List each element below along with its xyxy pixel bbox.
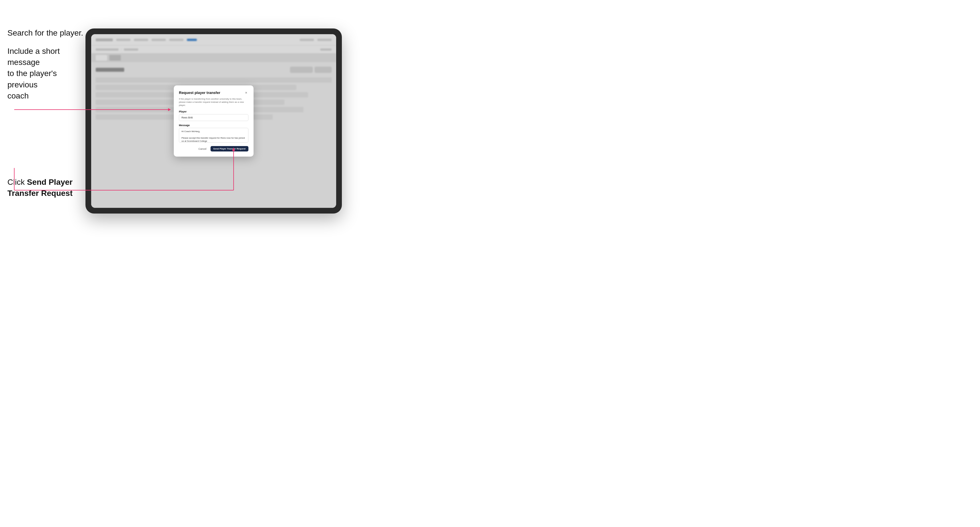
dialog-title: Request player transfer: [179, 90, 220, 95]
player-label: Player: [179, 110, 248, 113]
cancel-button[interactable]: Cancel: [197, 146, 208, 151]
dialog-actions: Cancel Send Player Transfer Request: [179, 146, 248, 151]
message-label: Message: [179, 124, 248, 127]
request-transfer-dialog: Request player transfer × If the player …: [174, 86, 253, 157]
dialog-title-row: Request player transfer ×: [179, 90, 248, 95]
dialog-overlay: Request player transfer × If the player …: [91, 34, 336, 208]
tablet-screen: ›: [91, 34, 336, 208]
annotation-message: Include a short message to the player's …: [7, 46, 81, 102]
annotation-click: Click Send Player Transfer Request: [7, 176, 87, 199]
dialog-close-button[interactable]: ×: [244, 90, 248, 95]
dialog-description: If the player is transferring from anoth…: [179, 97, 248, 107]
player-input[interactable]: Rees Britt: [179, 114, 248, 121]
message-textarea[interactable]: Hi Coach McHarg, Please accept this tran…: [179, 128, 248, 143]
send-transfer-request-button[interactable]: Send Player Transfer Request: [210, 146, 248, 151]
annotation-search: Search for the player.: [7, 29, 83, 38]
tablet-device: ›: [86, 29, 342, 214]
